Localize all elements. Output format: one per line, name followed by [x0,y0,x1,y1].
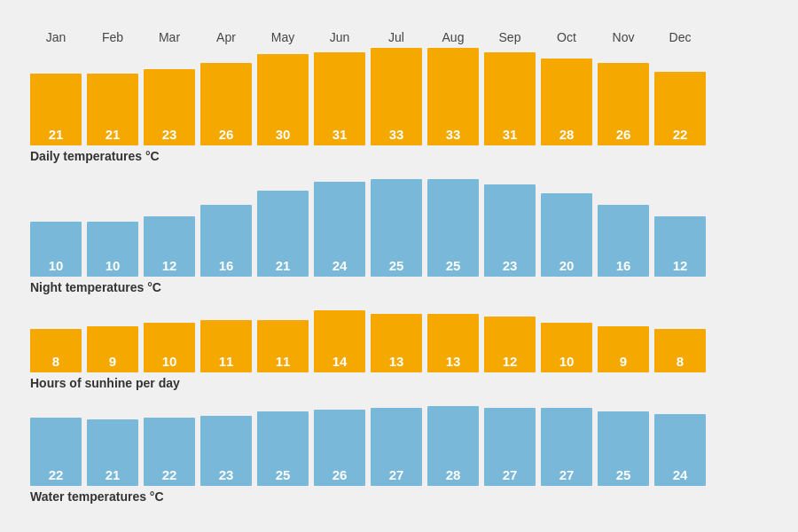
bar-value-sunshine-oct: 10 [541,350,592,372]
bar-night-temp-jul: 25 [371,179,422,277]
month-label-jun: Jun [314,30,365,44]
bar-value-sunshine-dec: 8 [654,350,706,372]
bar-water-temp-apr: 23 [200,416,252,486]
bar-value-daily-temp-jan: 21 [30,123,82,145]
bar-value-water-temp-mar: 22 [144,464,195,486]
month-label-oct: Oct [541,30,592,44]
month-label-mar: Mar [144,30,195,44]
bar-daily-temp-jul: 33 [371,48,422,145]
bar-cell-sunshine-feb: 9 [87,326,138,372]
bar-value-sunshine-sep: 12 [484,350,536,372]
bar-cell-water-temp-may: 25 [257,411,309,486]
month-label-aug: Aug [427,30,479,44]
bar-cell-water-temp-feb: 21 [87,419,138,486]
bar-water-temp-nov: 25 [598,411,649,486]
bar-value-water-temp-aug: 28 [427,464,479,486]
bar-night-temp-apr: 16 [200,205,252,277]
bar-cell-daily-temp-mar: 23 [144,69,195,145]
bar-value-night-temp-oct: 20 [541,254,592,277]
bar-value-water-temp-sep: 27 [484,464,536,486]
bar-row-water-temp: 222122232526272827272524 [27,406,771,486]
bar-water-temp-aug: 28 [427,406,479,486]
bar-daily-temp-mar: 23 [144,69,195,145]
bar-cell-sunshine-oct: 10 [541,323,592,372]
bar-value-water-temp-dec: 24 [654,464,706,486]
bar-row-daily-temp: 212123263031333331282622 [27,48,771,145]
bar-value-sunshine-nov: 9 [598,350,649,372]
bar-cell-night-temp-feb: 10 [87,222,138,277]
bar-value-night-temp-dec: 12 [654,254,706,277]
bar-cell-night-temp-dec: 12 [654,216,706,277]
bar-sunshine-apr: 11 [200,320,252,372]
bar-cell-sunshine-jan: 8 [30,329,82,372]
bar-water-temp-mar: 22 [144,418,195,486]
bar-value-night-temp-jan: 10 [30,254,82,277]
bar-value-sunshine-may: 11 [257,350,309,372]
bar-value-water-temp-apr: 23 [200,464,252,486]
bar-cell-daily-temp-oct: 28 [541,59,592,145]
bar-night-temp-jan: 10 [30,222,82,277]
bar-cell-water-temp-jan: 22 [30,418,82,486]
bar-cell-night-temp-jun: 24 [314,182,365,277]
bar-value-daily-temp-apr: 26 [200,123,252,145]
bar-cell-sunshine-aug: 13 [427,314,479,372]
bar-sunshine-oct: 10 [541,323,592,372]
bar-cell-sunshine-may: 11 [257,320,309,372]
section-sunshine: 89101111141313121098Hours of sunhine per… [27,310,771,390]
bar-value-sunshine-aug: 13 [427,350,479,372]
bar-cell-daily-temp-sep: 31 [484,52,536,145]
bar-cell-water-temp-nov: 25 [598,411,649,486]
bar-cell-daily-temp-nov: 26 [598,63,649,145]
section-daily-temp: 212123263031333331282622Daily temperatur… [27,48,771,163]
bar-cell-water-temp-dec: 24 [654,414,706,486]
section-label-water-temp: Water temperatures °C [27,489,771,504]
bar-water-temp-jan: 22 [30,418,82,486]
bar-cell-sunshine-apr: 11 [200,320,252,372]
month-label-sep: Sep [484,30,536,44]
section-label-sunshine: Hours of sunhine per day [27,376,771,390]
bar-water-temp-feb: 21 [87,419,138,486]
bar-value-night-temp-mar: 12 [144,254,195,277]
bar-cell-night-temp-nov: 16 [598,205,649,277]
bar-value-night-temp-sep: 23 [484,254,536,277]
section-night-temp: 101012162124252523201612Night temperatur… [27,179,771,294]
bar-value-daily-temp-aug: 33 [427,123,479,145]
bar-cell-daily-temp-jun: 31 [314,52,365,145]
bar-cell-night-temp-mar: 12 [144,216,195,277]
bar-cell-sunshine-nov: 9 [598,326,649,372]
bar-value-night-temp-nov: 16 [598,254,649,277]
bar-value-water-temp-may: 25 [257,464,309,486]
bar-value-water-temp-nov: 25 [598,464,649,486]
bar-value-daily-temp-mar: 23 [144,123,195,145]
bar-value-water-temp-jun: 26 [314,464,365,486]
bar-value-daily-temp-feb: 21 [87,123,138,145]
bar-value-daily-temp-sep: 31 [484,123,536,145]
bar-water-temp-dec: 24 [654,414,706,486]
month-header-row: JanFebMarAprMayJunJulAugSepOctNovDec [27,30,771,44]
bar-value-night-temp-apr: 16 [200,254,252,277]
bar-night-temp-sep: 23 [484,184,536,277]
bar-cell-night-temp-may: 21 [257,191,309,277]
bar-daily-temp-aug: 33 [427,48,479,145]
bar-cell-night-temp-aug: 25 [427,179,479,277]
bar-value-sunshine-jul: 13 [371,350,422,372]
bar-value-water-temp-oct: 27 [541,464,592,486]
bar-value-daily-temp-jun: 31 [314,123,365,145]
bar-cell-night-temp-jul: 25 [371,179,422,277]
bar-cell-daily-temp-aug: 33 [427,48,479,145]
bar-night-temp-mar: 12 [144,216,195,277]
bar-cell-night-temp-apr: 16 [200,205,252,277]
bar-sunshine-aug: 13 [427,314,479,372]
bar-sunshine-nov: 9 [598,326,649,372]
bar-value-water-temp-feb: 21 [87,464,138,486]
bar-cell-sunshine-dec: 8 [654,329,706,372]
bar-cell-water-temp-apr: 23 [200,416,252,486]
bar-daily-temp-feb: 21 [87,74,138,145]
bar-cell-daily-temp-apr: 26 [200,63,252,145]
bar-water-temp-sep: 27 [484,408,536,486]
month-label-jan: Jan [30,30,82,44]
bar-cell-daily-temp-may: 30 [257,54,309,145]
bar-cell-water-temp-jun: 26 [314,410,365,486]
bar-water-temp-may: 25 [257,411,309,486]
bar-cell-daily-temp-jul: 33 [371,48,422,145]
